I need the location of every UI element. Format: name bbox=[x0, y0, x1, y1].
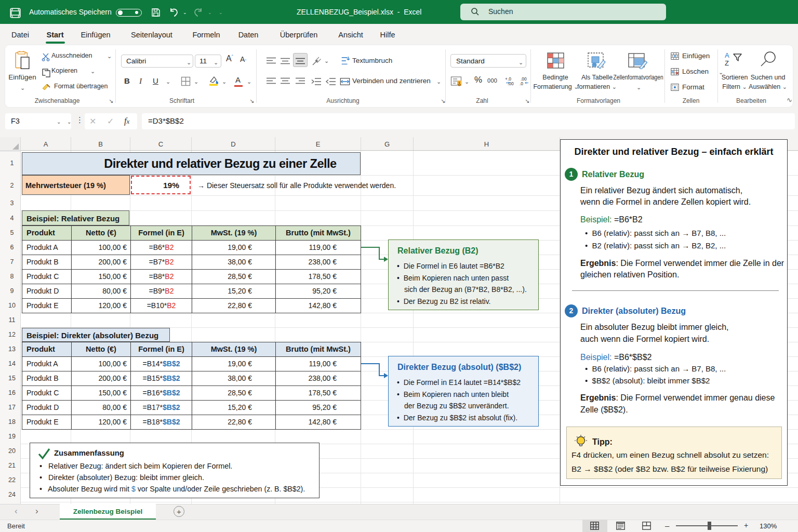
svg-text:Z: Z bbox=[725, 59, 729, 67]
svg-text:.0: .0 bbox=[520, 81, 523, 86]
svg-text:A: A bbox=[725, 51, 729, 59]
